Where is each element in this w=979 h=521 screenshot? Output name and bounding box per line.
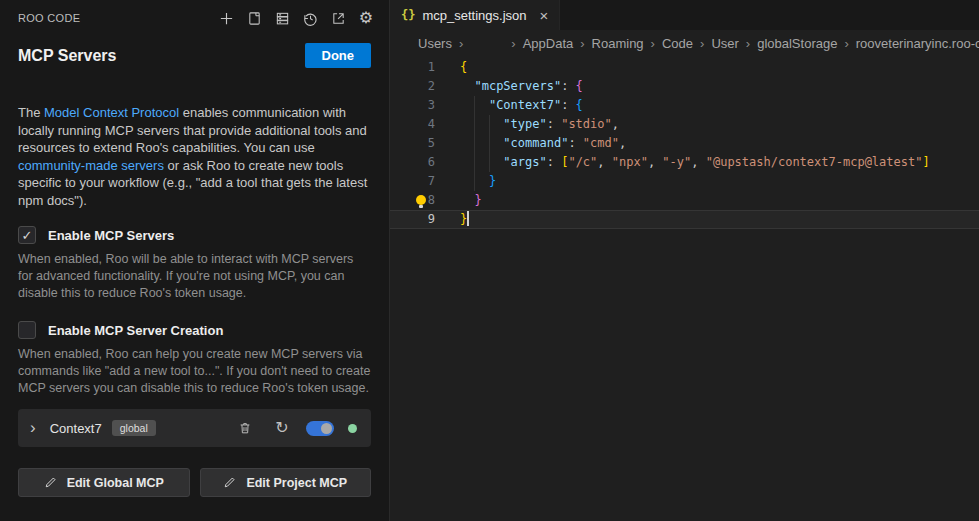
app-window: ROO CODE ⚙	[0, 0, 979, 521]
breadcrumb-separator-icon: ›	[746, 36, 750, 51]
edit-global-mcp-label: Edit Global MCP	[67, 476, 164, 490]
line-number: 3	[390, 96, 435, 115]
breadcrumb-item[interactable]: AppData	[523, 36, 574, 51]
tab-filename: mcp_settings.json	[422, 8, 526, 23]
enable-mcp-servers-setting: ✓ Enable MCP Servers	[18, 226, 371, 244]
toggle-knob	[321, 423, 332, 434]
editor-tab-bar: {} mcp_settings.json ×	[390, 0, 979, 30]
code-line: 4 "type": "stdio",	[390, 115, 979, 134]
breadcrumb-item[interactable]: globalStorage	[757, 36, 837, 51]
pencil-icon	[223, 476, 236, 489]
enable-mcp-creation-checkbox[interactable]	[18, 321, 36, 339]
line-number: 6	[390, 153, 435, 172]
plus-icon[interactable]	[217, 9, 235, 27]
line-number: 9	[390, 210, 435, 229]
breadcrumb-item[interactable]: Users	[418, 36, 452, 51]
server-status-dot	[348, 424, 357, 433]
restart-server-icon[interactable]: ↻	[272, 418, 292, 438]
breadcrumb-separator-icon: ›	[700, 36, 704, 51]
pencil-icon	[44, 476, 57, 489]
mcp-description: The Model Context Protocol enables commu…	[18, 104, 371, 209]
edit-global-mcp-button[interactable]: Edit Global MCP	[18, 468, 190, 497]
settings-gear-icon[interactable]: ⚙	[357, 9, 375, 27]
chevron-right-icon[interactable]: ›	[30, 419, 36, 436]
enable-mcp-servers-label: Enable MCP Servers	[48, 228, 174, 243]
enable-mcp-servers-checkbox[interactable]: ✓	[18, 226, 36, 244]
history-icon[interactable]	[301, 9, 319, 27]
server-name: Context7	[50, 421, 102, 436]
line-number: 2	[390, 77, 435, 96]
breadcrumb-item[interactable]: Code	[662, 36, 693, 51]
indent-guide	[474, 96, 475, 191]
code-line: 3 "Context7": {	[390, 96, 979, 115]
lightbulb-icon[interactable]	[416, 195, 426, 205]
line-number: 4	[390, 115, 435, 134]
server-enabled-toggle[interactable]	[306, 421, 334, 436]
code-editor[interactable]: 1{2 "mcpServers": {3 "Context7": {4 "typ…	[390, 56, 979, 521]
page-title-row: MCP Servers Done	[0, 27, 389, 68]
breadcrumb-item[interactable]: Roaming	[592, 36, 644, 51]
code-line: 6 "args": ["/c", "npx", "-y", "@upstash/…	[390, 153, 979, 172]
panel-toolbar: ⚙	[217, 9, 375, 27]
editor-group: {} mcp_settings.json × Users››AppData›Ro…	[390, 0, 979, 521]
breadcrumb-item[interactable]: User	[711, 36, 738, 51]
mcp-server-icon[interactable]	[273, 9, 291, 27]
line-number: 1	[390, 58, 435, 77]
breadcrumb-separator-icon: ›	[459, 36, 463, 51]
code-line: 5 "command": "cmd",	[390, 134, 979, 153]
line-number: 7	[390, 172, 435, 191]
intro-text: The	[18, 105, 44, 120]
breadcrumb-separator-icon: ›	[511, 36, 515, 51]
edit-mcp-buttons: Edit Global MCP Edit Project MCP	[18, 468, 371, 497]
edit-project-mcp-label: Edit Project MCP	[246, 476, 347, 490]
community-made-servers-link[interactable]: community-made servers	[18, 158, 164, 173]
breadcrumb-separator-icon: ›	[651, 36, 655, 51]
line-number: 5	[390, 134, 435, 153]
code-line: 8 }	[390, 191, 979, 210]
enable-mcp-creation-description: When enabled, Roo can help you create ne…	[18, 346, 371, 397]
mcp-server-row-context7[interactable]: › Context7 global ↻	[18, 409, 371, 447]
code-line: 2 "mcpServers": {	[390, 77, 979, 96]
code-line: 9}	[390, 210, 979, 229]
page-title: MCP Servers	[18, 47, 116, 65]
extension-title: ROO CODE	[18, 12, 80, 24]
breadcrumb-separator-icon: ›	[580, 36, 584, 51]
code-line: 7 }	[390, 172, 979, 191]
breadcrumb-separator-icon: ›	[844, 36, 848, 51]
delete-server-icon[interactable]	[235, 418, 255, 438]
enable-mcp-creation-setting: Enable MCP Server Creation	[18, 321, 371, 339]
enable-mcp-creation-label: Enable MCP Server Creation	[48, 323, 223, 338]
text-cursor	[467, 211, 469, 226]
indent-guide	[489, 115, 490, 172]
open-in-editor-icon[interactable]	[329, 9, 347, 27]
code-line: 1{	[390, 58, 979, 77]
breadcrumb: Users››AppData›Roaming›Code›User›globalS…	[390, 30, 979, 56]
edit-project-mcp-button[interactable]: Edit Project MCP	[200, 468, 372, 497]
breadcrumb-item[interactable]: rooveterinaryinc.roo-cli	[856, 36, 979, 51]
json-file-icon: {}	[401, 8, 415, 22]
enable-mcp-servers-description: When enabled, Roo will be able to intera…	[18, 251, 371, 302]
model-context-protocol-link[interactable]: Model Context Protocol	[44, 105, 179, 120]
close-tab-icon[interactable]: ×	[540, 8, 549, 23]
roo-code-sidebar: ROO CODE ⚙	[0, 0, 390, 521]
notepad-icon[interactable]	[245, 9, 263, 27]
scope-badge: global	[112, 420, 156, 436]
panel-header: ROO CODE ⚙	[0, 0, 389, 27]
tab-mcp-settings-json[interactable]: {} mcp_settings.json ×	[390, 0, 560, 30]
line-number: 8	[390, 191, 435, 210]
done-button[interactable]: Done	[305, 43, 372, 68]
